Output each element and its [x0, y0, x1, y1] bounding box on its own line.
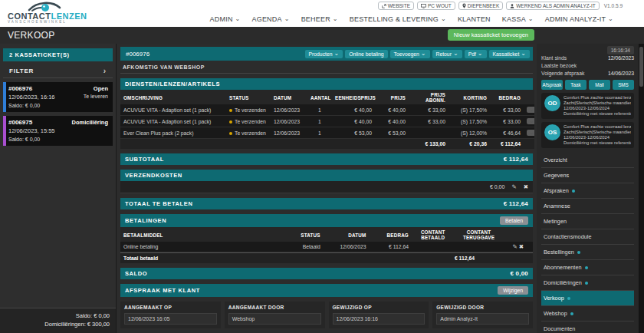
item-options-dropdown[interactable]: ⌄ [527, 130, 534, 136]
totaal-betaald-label: Totaal betaald [123, 256, 455, 261]
kassaticket-button[interactable]: Kassaticket⌄ [489, 50, 530, 58]
page-title-bar: VERKOOP Nieuw kassaticket toevoegen [0, 27, 644, 44]
nav-klanten[interactable]: KLANTEN [458, 15, 491, 23]
nav-kassa[interactable]: KASSA⌄ [502, 15, 534, 23]
menu-verkoop[interactable]: Verkoop [541, 291, 634, 306]
mail-button[interactable]: Mail [589, 80, 610, 90]
item-options-dropdown[interactable]: ⌄ [527, 118, 534, 124]
menu-bestellingen[interactable]: Bestellingen [541, 245, 634, 260]
ticket-list-item[interactable]: #006975 Domiciliëring 12/06/2023, 15:55 … [3, 116, 113, 146]
item-options-dropdown[interactable]: ⌄ [527, 107, 534, 113]
ticket-status: Open [94, 85, 108, 92]
lens-subscription-card-od[interactable]: OD Comfort Plus zachte voorraad lenzen Z… [541, 93, 634, 119]
edit-icon[interactable]: ✎ [513, 243, 518, 250]
menu-anamnese[interactable]: Anamnese [541, 199, 634, 214]
menu-overzicht[interactable]: Overzicht [541, 153, 634, 168]
ticket-header-bar: #006976 Producten⌄ Online betaling Toevo… [120, 47, 533, 61]
nav-agenda[interactable]: AGENDA⌄ [252, 15, 290, 23]
chevron-down-icon: ⌄ [453, 51, 458, 56]
klant-sinds-row: Klant sinds 12/06/2023 [541, 54, 634, 62]
scrollbar-thumb[interactable] [639, 47, 643, 87]
betalen-button[interactable]: Betalen [500, 216, 528, 225]
menu-webshop[interactable]: Webshop [541, 306, 634, 321]
lens-subscription-card-os[interactable]: OS Comfort Plus zachte voorraad lenzen Z… [541, 122, 634, 148]
saldo-bar: SALDO € 0,00 [120, 268, 533, 279]
chevron-down-icon: ⌄ [421, 51, 426, 56]
subtotaal-bar: SUBTOTAAL € 112,64 [120, 153, 533, 165]
laatste-bezoek-row: Laatste bezoek [541, 62, 634, 70]
items-totals-row: € 133,00 € 20,36 € 112,64 [120, 139, 534, 150]
item-omschrijving: ACUVUE VITA - Adaption set (1 pack) [120, 116, 226, 127]
col-pay-datum: DATUM [324, 227, 370, 242]
edit-icon[interactable]: ✎ [511, 184, 516, 190]
ticket-id: #006975 [8, 119, 32, 126]
workstation-button[interactable]: PC WOUT [417, 2, 455, 10]
delete-icon[interactable]: ✖ [524, 184, 528, 190]
wijzigen-button[interactable]: Wijzigen [498, 286, 528, 295]
verzendkosten-row: € 0,00 ✎ ✖ [120, 181, 533, 193]
teal-dot-icon [577, 251, 580, 254]
ticket-detail: #006976 Producten⌄ Online betaling Toevo… [117, 44, 537, 333]
ticket-action-toolbar: Producten⌄ Online betaling Toevoegen⌄ Re… [305, 50, 531, 58]
menu-contactlensmodule[interactable]: Contactlensmodule [541, 229, 634, 245]
meta-aangemaakt-door: AANGEMAAKT DOOR Webshop [225, 302, 325, 328]
ticket-saldo: Saldo: € 0,00 [8, 137, 108, 142]
menu-domicilieringen[interactable]: Domiciliëringen [541, 275, 634, 291]
col-pay-bedrag: BEDRAG [369, 227, 412, 242]
taak-button[interactable]: Taak [565, 80, 586, 90]
filter-toggle[interactable]: FILTER › [3, 64, 113, 78]
toevoegen-button[interactable]: Toevoegen⌄ [390, 50, 430, 58]
volgende-afspraak-row: Volgende afspraak 14/06/2023 [541, 70, 634, 77]
ticket-list-item[interactable]: #006976 Open 12/06/2023, 16:16 Te levere… [3, 82, 113, 112]
col-prijs: PRIJS [375, 90, 409, 104]
chevron-down-icon: ⌄ [529, 129, 534, 136]
working-as-button[interactable]: WERKEND ALS ADMIN ANALYZ-IT [506, 2, 600, 10]
chevron-down-icon: ⌄ [441, 17, 446, 21]
nav-beheer[interactable]: BEHEER⌄ [301, 15, 338, 23]
col-bedrag: BEDRAG [490, 90, 524, 104]
menu-afspraken[interactable]: Afspraken [541, 183, 634, 199]
panel-saldo-total: Saldo: € 0,00 [6, 312, 110, 320]
nav-admin[interactable]: ADMIN⌄ [210, 15, 241, 23]
online-betaling-button[interactable]: Online betaling [345, 50, 387, 58]
brand-logo[interactable]: CONTACTLENZEN VANSCHOENWINKEL [8, 1, 87, 25]
menu-gegevens[interactable]: Gegevens [541, 168, 634, 183]
menu-metingen[interactable]: Metingen [541, 214, 634, 229]
chevron-right-icon: › [104, 68, 107, 74]
item-omschrijving: Ever Clean Plus pack (2 pack) [120, 127, 226, 139]
menu-documenten[interactable]: Documenten [541, 321, 634, 333]
producten-button[interactable]: Producten⌄ [305, 50, 343, 58]
col-contant-teruggave: CONTANT TERUGGAVE [454, 227, 503, 242]
item-status: Te verzenden [226, 127, 271, 139]
ticket-number: #006976 [126, 51, 305, 58]
afspraak-button[interactable]: Afspraak [541, 80, 563, 90]
chevron-down-icon: ⌄ [334, 51, 339, 56]
vertical-scrollbar[interactable] [639, 44, 644, 333]
pdf-button[interactable]: Pdf⌄ [465, 50, 487, 58]
subtotaal-value: € 112,64 [504, 156, 528, 163]
ticket-status: Domiciliëring [71, 119, 108, 126]
verzendkosten-bar: VERZENDKOSTEN [120, 170, 533, 181]
sms-button[interactable]: SMS [613, 80, 634, 90]
retour-button[interactable]: Retour⌄ [432, 50, 462, 58]
nav-bestelling-levering[interactable]: BESTELLING & LEVERING⌄ [350, 15, 446, 23]
menu-abonnementen[interactable]: Abonnementen [541, 260, 634, 275]
col-aantal: AANTAL [307, 90, 332, 104]
kassaticket-count-header: 2 KASSATICKET(S) [3, 48, 113, 61]
new-kassaticket-button[interactable]: Nieuw kassaticket toevoegen [448, 29, 534, 41]
afspraak-met-klant-bar: AFSPRAAK MET KLANT Wijzigen [120, 284, 533, 297]
website-button[interactable]: WEBSITE [378, 2, 414, 10]
brand-name: CONTACTLENZEN [8, 12, 87, 20]
delete-icon[interactable]: ✖ [519, 243, 524, 250]
clock: 16:16:34 [607, 46, 634, 54]
chevron-down-icon: ⌄ [284, 17, 290, 21]
chevron-down-icon: ⌄ [521, 51, 526, 56]
ticket-accent-domiciliering [3, 116, 6, 146]
totaal-betaald-value: € 112,64 [455, 256, 475, 261]
payments-table: BETAALMIDDEL STATUS DATUM BEDRAG CONTANT… [120, 227, 533, 252]
location-button[interactable]: DIEPENBEEK [458, 2, 504, 10]
items-section-header: DIENSTEN/LENZEN/ARTIKELS [120, 78, 533, 90]
nav-admin-analyz-it[interactable]: ADMIN ANALYZ-IT⌄ [545, 15, 613, 23]
kassaticket-panel: 2 KASSATICKET(S) FILTER › #006976 Open 1… [0, 44, 117, 333]
user-icon [510, 4, 514, 8]
